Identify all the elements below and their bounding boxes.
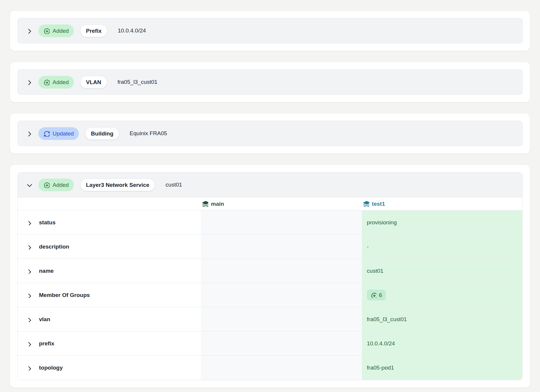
table-row-topology: topology fra05-pod1 — [18, 356, 522, 380]
branch-column-test1: test1 — [362, 197, 522, 210]
object-type-badge: Prefix — [80, 25, 107, 37]
table-row-description: description - — [18, 235, 522, 259]
table-row-status: status provisioning — [18, 210, 522, 235]
table-row-vlan: vlan fra05_l3_cust01 — [18, 307, 522, 331]
cell-main — [201, 283, 362, 307]
row-expander[interactable]: name — [18, 259, 201, 283]
diff-card-header[interactable]: Updated Building Equinix FRA05 — [17, 121, 523, 146]
cell-branch: - — [362, 235, 522, 259]
cell-main — [201, 356, 362, 380]
status-badge-label: Updated — [53, 131, 74, 136]
row-expander[interactable]: vlan — [18, 307, 201, 331]
row-label: status — [39, 219, 56, 226]
cell-main — [201, 259, 362, 283]
row-expander[interactable]: status — [18, 210, 201, 235]
cell-main — [201, 235, 362, 259]
circle-plus-icon — [371, 292, 376, 298]
cell-value: - — [367, 244, 369, 250]
object-name: fra05_l3_cust01 — [118, 79, 157, 85]
row-expander[interactable]: prefix — [18, 331, 201, 356]
row-label: description — [39, 244, 69, 250]
object-name: 10.0.4.0/24 — [118, 27, 146, 34]
diff-card-building: Updated Building Equinix FRA05 — [10, 113, 530, 154]
row-label: vlan — [39, 316, 50, 323]
object-name: cust01 — [165, 182, 182, 188]
object-type-badge: Layer3 Network Service — [80, 179, 155, 191]
chevron-right-icon — [26, 79, 32, 85]
circle-plus-icon — [43, 79, 50, 85]
cell-main — [201, 331, 362, 356]
branch-columns-header: main test1 — [18, 197, 522, 210]
cell-value: fra05_l3_cust01 — [367, 316, 407, 323]
cell-branch: fra05-pod1 — [362, 356, 522, 380]
chevron-right-icon — [26, 28, 32, 34]
status-badge: Updated — [38, 127, 79, 140]
status-badge-label: Added — [53, 28, 69, 34]
chevron-right-icon — [26, 130, 32, 136]
diff-card-layer3-network-service: Added Layer3 Network Service cust01 main… — [10, 164, 530, 388]
chevron-right-icon — [26, 341, 31, 346]
cell-value: 10.0.4.0/24 — [367, 340, 395, 347]
cell-main — [201, 210, 362, 235]
chevron-right-icon — [26, 268, 31, 274]
cell-value: provisioning — [367, 219, 397, 226]
status-badge: Added — [38, 24, 74, 37]
cell-branch: cust01 — [362, 259, 522, 283]
cell-branch: 6 — [362, 283, 522, 307]
object-name: Equinix FRA05 — [130, 130, 167, 137]
diff-card-header[interactable]: Added Prefix 10.0.4.0/24 — [17, 18, 523, 43]
row-expander[interactable]: Member Of Groups — [18, 283, 201, 307]
chevron-right-icon — [26, 317, 31, 322]
table-row-name: name cust01 — [18, 259, 522, 283]
chevron-right-icon — [26, 293, 31, 298]
row-label: name — [39, 268, 54, 274]
cell-branch: fra05_l3_cust01 — [362, 307, 522, 331]
row-label: Member Of Groups — [39, 292, 90, 298]
row-label: prefix — [39, 340, 54, 347]
status-badge: Added — [38, 76, 74, 89]
circle-plus-icon — [43, 28, 50, 34]
diff-card-prefix: Added Prefix 10.0.4.0/24 — [10, 10, 530, 51]
status-badge: Added — [38, 179, 74, 191]
status-badge-label: Added — [53, 79, 69, 85]
diff-card-header[interactable]: Added VLAN fra05_l3_cust01 — [17, 69, 523, 95]
table-row-prefix: prefix 10.0.4.0/24 — [18, 331, 522, 356]
cell-branch: 10.0.4.0/24 — [362, 331, 522, 356]
branch-name: test1 — [372, 201, 385, 207]
layers-icon — [363, 201, 369, 207]
row-expander[interactable]: description — [18, 235, 201, 259]
diff-table: Added Layer3 Network Service cust01 main… — [17, 172, 523, 380]
object-type-badge: VLAN — [80, 76, 107, 88]
layers-icon — [202, 201, 208, 207]
circle-plus-icon — [43, 182, 50, 188]
count-badge: 6 — [367, 290, 386, 300]
refresh-icon — [43, 130, 50, 137]
cell-main — [201, 307, 362, 331]
table-row-member-of-groups: Member Of Groups 6 — [18, 283, 522, 307]
branch-name: main — [211, 201, 224, 207]
status-badge-label: Added — [53, 182, 69, 188]
count-badge-value: 6 — [379, 292, 382, 298]
row-label: topology — [39, 365, 63, 371]
branch-column-main: main — [201, 197, 362, 210]
cell-branch: provisioning — [362, 210, 522, 235]
chevron-right-icon — [26, 220, 31, 225]
diff-card-vlan: Added VLAN fra05_l3_cust01 — [10, 62, 530, 102]
cell-value: fra05-pod1 — [367, 365, 394, 371]
object-type-badge: Building — [85, 128, 119, 140]
diff-card-header[interactable]: Added Layer3 Network Service cust01 — [18, 172, 522, 197]
chevron-right-icon — [26, 244, 31, 249]
chevron-down-icon — [26, 182, 32, 188]
cell-value: cust01 — [367, 268, 383, 274]
row-expander[interactable]: topology — [18, 356, 201, 380]
chevron-right-icon — [26, 365, 31, 370]
